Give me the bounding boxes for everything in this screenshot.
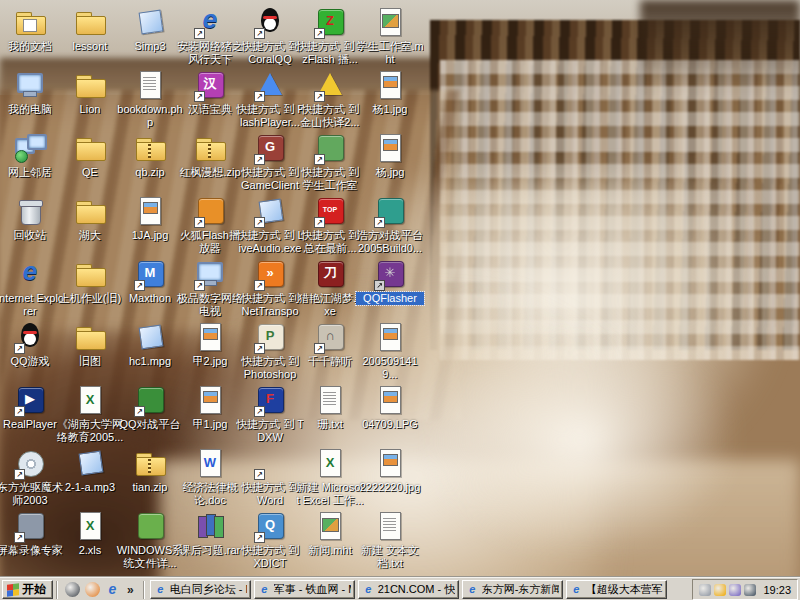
desktop-icon[interactable]: ✳↗QQFlasher xyxy=(360,258,420,305)
desktop-icon[interactable]: 新闻.mht xyxy=(300,510,360,557)
desktop-icon[interactable]: F↗快捷方式 到 TDXW xyxy=(240,384,300,444)
desktop-icon[interactable]: M↗Maxthon xyxy=(120,258,180,305)
desktop-icon[interactable]: lessont xyxy=(60,6,120,53)
taskbar-window-button[interactable]: e电白同乡论坛 - Micro... xyxy=(150,580,251,599)
desktop-icon[interactable]: WINDOWS系统文件详... xyxy=(120,510,180,570)
desktop-icon[interactable]: 2005091419... xyxy=(360,321,420,381)
media-player-skin-icon[interactable] xyxy=(65,582,80,597)
desktop-icon[interactable]: ↗快捷方式 到 学生工作室 xyxy=(300,132,360,192)
desktop-icon[interactable]: 杨.jpg xyxy=(360,132,420,179)
desktop-icon[interactable]: X新建 Microsoft Excel 工作... xyxy=(300,447,360,507)
desktop-icon[interactable]: QE xyxy=(60,132,120,179)
taskbar-window-button[interactable]: e21CN.COM - 快感 - Mi... xyxy=(358,580,459,599)
desktop-icon[interactable]: 旧图 xyxy=(60,321,120,368)
desktop-icon[interactable]: X《湖南大学网络教育2005... xyxy=(60,384,120,444)
desktop-icon-label: 快捷方式 到 NetTranspor... xyxy=(236,292,304,319)
desktop-icon[interactable]: ∩↗千千静听 xyxy=(300,321,360,368)
shortcut-arrow-icon: ↗ xyxy=(314,343,325,354)
desktop-icon[interactable]: 红枫漫想.zip xyxy=(180,132,240,179)
desktop-icon[interactable]: 珊.txt xyxy=(300,384,360,431)
desktop-icon[interactable]: Lion xyxy=(60,69,120,116)
internet-explorer-icon[interactable]: e xyxy=(105,582,120,597)
desktop-icon[interactable]: 甲1.jpg xyxy=(180,384,240,431)
lock-icon[interactable] xyxy=(714,584,726,596)
desktop-icon[interactable]: qb.zip xyxy=(120,132,180,179)
scheduler-icon[interactable] xyxy=(744,584,756,596)
taskbar-window-button[interactable]: e东方网-东方新闻-东... xyxy=(462,580,563,599)
desktop-icon[interactable]: ↗东方光驱魔术师2003 xyxy=(0,447,60,507)
desktop-icon[interactable]: ↗QQ对战平台 xyxy=(120,384,180,431)
desktop-icon[interactable]: TOP↗快捷方式 到 总在最前... xyxy=(300,195,360,255)
desktop-icon[interactable]: eInternet Explorer xyxy=(0,258,60,318)
desktop-icon[interactable]: tian.zip xyxy=(120,447,180,494)
internet-explorer-icon: e xyxy=(570,583,583,596)
desktop-icon[interactable]: 04709.LPG xyxy=(360,384,420,431)
desktop-icon-label: 安装网络猪之风行天下 xyxy=(176,40,244,66)
desktop-icon[interactable]: 网上邻居 xyxy=(0,132,60,179)
windows-media-player-icon[interactable] xyxy=(85,582,100,597)
desktop-icon-label: Lion xyxy=(56,103,124,116)
desktop-icon[interactable]: 湖大 xyxy=(60,195,120,242)
app-icon: 刀 xyxy=(313,258,347,290)
desktop-icon-label: 快捷方式 到 CoralQQ xyxy=(236,40,304,66)
desktop-icon[interactable]: 2-1-a.mp3 xyxy=(60,447,120,494)
desktop-icon[interactable]: e↗安装网络猪之风行天下 xyxy=(180,6,240,66)
desktop-icon[interactable]: »↗快捷方式 到 NetTranspor... xyxy=(240,258,300,319)
desktop-icon[interactable]: ▶↗RealPlayer xyxy=(0,384,60,431)
desktop-icon[interactable]: ↗快捷方式 到 金山快译2... xyxy=(300,69,360,129)
desktop-icon[interactable]: Z↗快捷方式 到 ZzFlash 播... xyxy=(300,6,360,66)
desktop-icon[interactable]: Q↗快捷方式 到 XDICT xyxy=(240,510,300,570)
folder-icon xyxy=(73,321,107,353)
app-icon: 汉↗ xyxy=(193,69,227,101)
desktop-icon-label: 汉语宝典 xyxy=(176,103,244,116)
desktop-icon[interactable]: ↗快捷方式 到 CoralQQ xyxy=(240,6,300,66)
app-icon: ↗ xyxy=(313,132,347,164)
desktop-icon[interactable]: 2222220.jpg xyxy=(360,447,420,494)
desktop-icon[interactable]: hc1.mpg xyxy=(120,321,180,368)
desktop-icon[interactable]: 新建 文本文档.txt xyxy=(360,510,420,570)
desktop-icon[interactable]: 上机作业(旧) xyxy=(60,258,120,305)
recycle-icon xyxy=(13,195,47,227)
taskbar-window-button[interactable]: e【超级大本营军事论... xyxy=(566,580,667,599)
desktop-icon[interactable]: ↗QQ游戏 xyxy=(0,321,60,368)
clock[interactable]: 19:23 xyxy=(763,584,791,596)
messenger-icon[interactable] xyxy=(729,584,741,596)
desktop-icon[interactable]: 甲2.jpg xyxy=(180,321,240,368)
desktop-icon[interactable]: 刀猎艳江湖梦.exe xyxy=(300,258,360,318)
app-icon: »↗ xyxy=(253,258,287,290)
taskbar-window-button[interactable]: e军事 - 铁血网 - Micro... xyxy=(254,580,355,599)
desktop-icon[interactable]: 回收站 xyxy=(0,195,60,242)
desktop-icon[interactable]: ↗火狐Flash播放器 xyxy=(180,195,240,255)
desktop-icon-label: hc1.mpg xyxy=(116,355,184,368)
desktop-icon[interactable]: ↗快捷方式 到 LiveAudio.exe xyxy=(240,195,300,255)
desktop-icon[interactable]: ↗极品数字网络电视 xyxy=(180,258,240,318)
desktop-icon[interactable]: ↗快捷方式 到 Word xyxy=(240,447,300,507)
start-button[interactable]: 开始 xyxy=(2,580,53,599)
desktop-icon-label: 快捷方式 到 XDICT xyxy=(236,544,304,570)
shortcut-arrow-icon: ↗ xyxy=(314,28,325,39)
desktop-icon[interactable]: W经济法律概论.doc xyxy=(180,447,240,507)
desktop-icon[interactable]: bookdown.php xyxy=(120,69,180,129)
folder-icon xyxy=(73,132,107,164)
shortcut-arrow-icon: ↗ xyxy=(314,91,325,102)
desktop-icon[interactable]: 我的电脑 xyxy=(0,69,60,116)
desktop-icon[interactable]: ↗快捷方式 到 FlashPlayer... xyxy=(240,69,300,129)
tri-icon: ↗ xyxy=(313,69,347,101)
desktop-icon[interactable]: X2.xls xyxy=(60,510,120,557)
desktop-icon[interactable]: ↗屏幕录像专家 xyxy=(0,510,60,557)
desktop-icon[interactable]: 学生工作室.mht xyxy=(360,6,420,66)
desktop-icon[interactable]: 杨1.jpg xyxy=(360,69,420,116)
desktop-icon-label: 2-1-a.mp3 xyxy=(56,481,124,494)
desktop-icon[interactable]: 我的文档 xyxy=(0,6,60,53)
desktop-icon[interactable]: P↗快捷方式 到 Photoshop xyxy=(240,321,300,381)
desktop-icon[interactable]: Simp3 xyxy=(120,6,180,53)
desktop-icon[interactable]: ↗浩方对战平台2005Build0... xyxy=(360,195,420,255)
desktop-icon[interactable]: 汉↗汉语宝典 xyxy=(180,69,240,116)
txt-icon xyxy=(373,510,407,542)
desktop-icon[interactable]: G↗快捷方式 到 GameClient xyxy=(240,132,300,192)
quick-launch-overflow-chevron[interactable]: » xyxy=(125,583,136,597)
adsl-connection-icon[interactable] xyxy=(699,584,711,596)
desktop-icon[interactable]: 1JA.jpg xyxy=(120,195,180,242)
desktop-icon-label: 我的文档 xyxy=(0,40,64,53)
desktop-icon[interactable]: 课后习题.rar xyxy=(180,510,240,557)
